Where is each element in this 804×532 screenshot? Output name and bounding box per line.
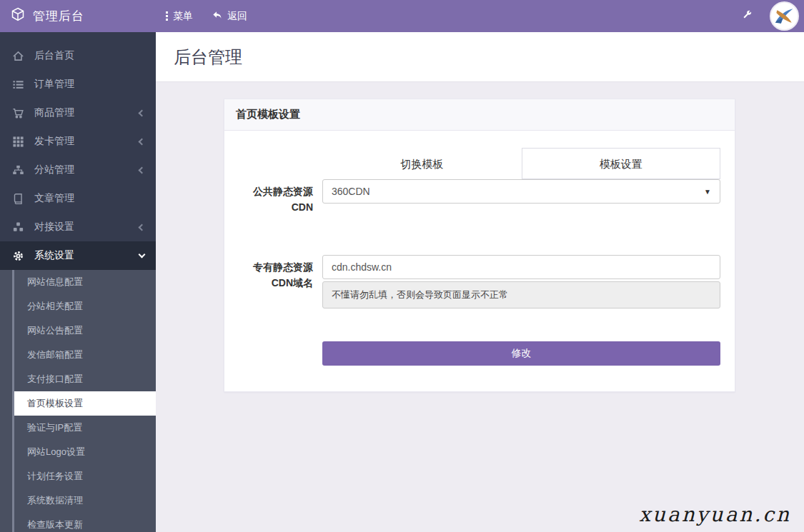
- back-label: 返回: [227, 10, 247, 23]
- submenu-item-check-update[interactable]: 检查版本更新: [0, 513, 156, 532]
- page-title: 后台管理: [174, 46, 242, 69]
- chevron-left-icon: [139, 224, 146, 231]
- watermark: xuanyuan.cn: [639, 503, 791, 526]
- submenu-item-data-cleanup[interactable]: 系统数据清理: [0, 488, 156, 513]
- private-cdn-help-text: 不懂请勿乱填，否则会导致页面显示不正常: [322, 281, 720, 308]
- chevron-left-icon: [139, 166, 146, 174]
- sidebar-item-orders[interactable]: 订单管理: [0, 70, 156, 99]
- submenu-item-cron-tasks[interactable]: 计划任务设置: [0, 464, 156, 488]
- sidebar-item-dashboard[interactable]: 后台首页: [0, 41, 156, 70]
- sidebar-item-label: 商品管理: [34, 106, 74, 119]
- brand-title: 管理后台: [33, 8, 84, 24]
- chevron-left-icon: [139, 138, 146, 145]
- sidebar-item-label: 订单管理: [34, 78, 74, 91]
- menu-button[interactable]: 菜单: [166, 10, 193, 23]
- private-cdn-input[interactable]: [322, 255, 720, 279]
- page-header: 后台管理: [156, 32, 804, 82]
- submenu-item-payment-api[interactable]: 支付接口配置: [0, 367, 156, 391]
- public-cdn-selected-value: 360CDN: [332, 186, 370, 197]
- private-cdn-label: 专有静态资源 CDN域名: [239, 255, 322, 308]
- tab-template-settings[interactable]: 模板设置: [522, 148, 721, 179]
- chevron-left-icon: [139, 109, 146, 116]
- home-icon: [11, 50, 25, 62]
- cube-icon: [11, 7, 25, 25]
- content-area: 首页模板设置 切换模板 模板设置 公共静态资源 CDN 360CDN: [156, 82, 804, 532]
- sidebar-item-label: 发卡管理: [34, 135, 74, 148]
- submit-button[interactable]: 修改: [322, 341, 720, 366]
- book-icon: [11, 193, 25, 205]
- vertical-ellipsis-icon: [166, 11, 168, 21]
- sidebar-item-label: 对接设置: [34, 221, 74, 234]
- public-cdn-label: 公共静态资源 CDN: [239, 179, 322, 215]
- public-cdn-select[interactable]: 360CDN ▼: [322, 179, 720, 204]
- sidebar-item-label: 系统设置: [34, 249, 74, 262]
- submenu-item-substation-config[interactable]: 分站相关配置: [0, 294, 156, 318]
- sidebar-item-label: 文章管理: [34, 192, 74, 205]
- submenu-item-home-template[interactable]: 首页模板设置: [14, 391, 156, 416]
- submenu-item-verify-ip[interactable]: 验证与IP配置: [0, 416, 156, 440]
- template-tabs: 切换模板 模板设置: [322, 148, 720, 179]
- submenu-item-mail-config[interactable]: 发信邮箱配置: [0, 343, 156, 367]
- sidebar-item-system-settings[interactable]: 系统设置: [0, 241, 156, 270]
- submenu-item-site-info[interactable]: 网站信息配置: [0, 270, 156, 294]
- topbar: 管理后台 菜单 返回: [0, 0, 804, 32]
- return-arrow-icon: [212, 10, 222, 23]
- avatar[interactable]: [770, 1, 799, 31]
- sidebar-item-integrations[interactable]: 对接设置: [0, 213, 156, 241]
- sidebar: 后台首页 订单管理 商品管理: [0, 32, 156, 532]
- select-caret-icon: ▼: [704, 188, 711, 196]
- sidebar-item-articles[interactable]: 文章管理: [0, 184, 156, 213]
- menu-label: 菜单: [173, 10, 193, 23]
- sidebar-item-cards[interactable]: 发卡管理: [0, 127, 156, 156]
- chevron-down-icon: [139, 251, 146, 258]
- cubes-icon: [11, 221, 25, 234]
- grid-icon: [11, 136, 25, 148]
- list-icon: [11, 79, 25, 91]
- submenu-item-site-logo[interactable]: 网站Logo设置: [0, 440, 156, 464]
- sidebar-item-label: 分站管理: [34, 164, 74, 176]
- card-title: 首页模板设置: [224, 99, 735, 131]
- brand[interactable]: 管理后台: [0, 7, 156, 25]
- gear-icon: [11, 250, 25, 262]
- sidebar-item-label: 后台首页: [34, 49, 74, 62]
- submenu-item-announcement[interactable]: 网站公告配置: [0, 318, 156, 343]
- cart-icon: [11, 107, 25, 119]
- sidebar-item-products[interactable]: 商品管理: [0, 99, 156, 127]
- template-settings-card: 首页模板设置 切换模板 模板设置 公共静态资源 CDN 360CDN: [224, 99, 735, 392]
- sidebar-item-substations[interactable]: 分站管理: [0, 156, 156, 184]
- tab-switch-template[interactable]: 切换模板: [322, 148, 522, 179]
- wrench-icon[interactable]: [742, 9, 753, 23]
- sitemap-icon: [11, 164, 25, 176]
- back-button[interactable]: 返回: [212, 10, 247, 23]
- system-settings-submenu: 网站信息配置 分站相关配置 网站公告配置 发信邮箱配置 支付接口配置 首页模板设…: [0, 270, 156, 532]
